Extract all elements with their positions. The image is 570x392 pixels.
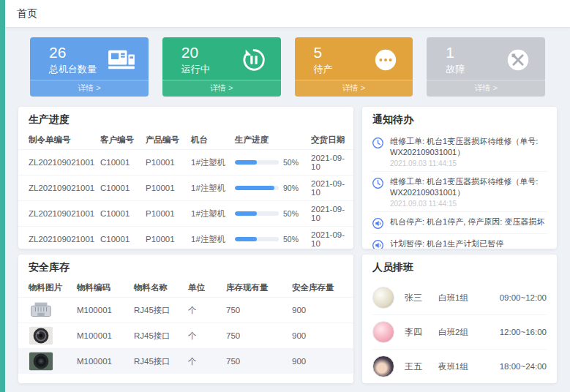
fault-detail-link[interactable]: 详情 > xyxy=(427,80,545,97)
clock-icon xyxy=(372,177,384,189)
production-progress-panel: 生产进度 制令单编号 客户编号 产品编号 机台 生产进度 交货日期 xyxy=(18,107,353,249)
speaker-part-thumbnail xyxy=(29,352,53,371)
product-no: P10001 xyxy=(141,227,187,249)
stat-card-waiting[interactable]: 5 待产 详情 > xyxy=(295,37,413,97)
speaker-icon xyxy=(372,239,384,249)
material-unit: 个 xyxy=(184,349,222,374)
progress-track xyxy=(235,237,279,241)
stat-card-total-machines[interactable]: 26 总机台数量 xyxy=(30,37,149,97)
waiting-label: 待产 xyxy=(314,63,333,76)
progress-fill xyxy=(235,186,274,190)
progress-percent: 90% xyxy=(283,184,299,192)
running-detail-link[interactable]: 详情 > xyxy=(162,80,281,97)
customer-no: C10001 xyxy=(96,227,141,249)
schedule-row[interactable]: 王五 夜班1组 18:00~24:00 xyxy=(372,350,547,383)
waiting-detail-link[interactable]: 详情 > xyxy=(295,80,413,97)
safety-stock-panel-title: 安全库存 xyxy=(18,255,353,279)
notification-item[interactable]: 维修工单: 机台1变压器损坏待维修（单号: WX202109031001） 20… xyxy=(372,172,547,212)
progress-fill xyxy=(235,237,257,241)
column-header: 生产进度 xyxy=(230,132,307,150)
column-header: 安全库存量 xyxy=(288,279,353,298)
safety-stock: 900 xyxy=(288,323,353,349)
employee-name: 李四 xyxy=(405,326,438,339)
material-code: M100001 xyxy=(72,323,130,349)
notification-content: 计划暂停: 机台1生产计划已暂停 2021.09.03 11:44:15 xyxy=(390,238,503,249)
column-header: 物料图片 xyxy=(18,279,72,298)
shift-time: 09:00~12:00 xyxy=(500,293,547,302)
stat-cards-row: 26 总机台数量 xyxy=(30,37,545,97)
notifications-panel: 通知待办 维修工单: 机台1变压器损坏待维修（单号: WX20210903100… xyxy=(362,107,557,249)
notification-item[interactable]: 机台停产: 机台1停产, 停产原因: 变压器损坏 xyxy=(372,212,547,234)
column-header: 客户编号 xyxy=(96,132,141,150)
material-name: RJ45接口 xyxy=(130,349,184,374)
running-label: 运行中 xyxy=(181,63,210,76)
page-title: 首页 xyxy=(17,7,37,20)
machine-name: 1#注塑机 xyxy=(187,150,230,176)
schedule-row[interactable]: 李四 白班2组 12:00~16:00 xyxy=(372,315,547,350)
column-header: 产品编号 xyxy=(141,132,187,150)
employee-name: 张三 xyxy=(405,292,438,304)
inventory-row[interactable]: M100001 RJ45接口 个 750 900 xyxy=(18,349,353,374)
production-row[interactable]: ZL202109021001 C10001 P10001 1#注塑机 90% xyxy=(18,176,353,201)
order-no: ZL202109021001 xyxy=(18,176,96,201)
material-name: RJ45接口 xyxy=(130,298,184,323)
customer-no: C10001 xyxy=(96,201,141,227)
total-machines-value: 26 xyxy=(49,44,97,61)
notifications-panel-title: 通知待办 xyxy=(362,107,557,132)
notification-text: 机台停产: 机台1停产, 停产原因: 变压器损坏 xyxy=(390,216,544,227)
card-body: 26 总机台数量 xyxy=(30,37,149,80)
production-row[interactable]: ZL202109021001 C10001 P10001 1#注塑机 50% xyxy=(18,150,353,176)
rj45-connector-thumbnail xyxy=(29,301,53,320)
delivery-date: 2021-09-10 xyxy=(307,176,353,201)
notification-item[interactable]: 计划暂停: 机台1生产计划已暂停 2021.09.03 11:44:15 xyxy=(372,234,547,249)
material-image-cell xyxy=(18,298,72,323)
schedule-row[interactable]: 张三 白班1组 09:00~12:00 xyxy=(372,281,547,315)
progress-cell: 50% xyxy=(230,227,307,249)
production-panel-title: 生产进度 xyxy=(18,107,353,132)
production-row[interactable]: ZL202109021001 C10001 P10001 1#注塑机 50% xyxy=(18,201,353,227)
stock-on-hand: 750 xyxy=(222,298,288,323)
product-no: P10001 xyxy=(141,201,187,227)
material-name: RJ45接口 xyxy=(130,323,184,349)
stat-card-fault[interactable]: 1 故障 xyxy=(427,37,545,97)
progress-percent: 50% xyxy=(283,235,299,244)
progress-track xyxy=(235,186,279,190)
inventory-row[interactable]: M100001 RJ45接口 个 750 900 xyxy=(18,298,353,323)
production-row[interactable]: ZL202109021001 C10001 P10001 1#注塑机 50% xyxy=(18,227,353,249)
notification-time: 2021.09.03 11:44:15 xyxy=(390,200,547,208)
progress-fill xyxy=(235,160,257,165)
progress-track xyxy=(235,211,279,216)
card-info: 1 故障 xyxy=(446,44,465,76)
production-table: 制令单编号 客户编号 产品编号 机台 生产进度 交货日期 ZL202109021… xyxy=(18,132,353,249)
total-machines-label: 总机台数量 xyxy=(49,63,97,76)
avatar xyxy=(372,355,394,377)
progress-track xyxy=(235,160,279,165)
notification-item[interactable]: 维修工单: 机台1变压器损坏待维修（单号: WX202109031001） 20… xyxy=(372,132,547,172)
production-header-row: 制令单编号 客户编号 产品编号 机台 生产进度 交货日期 xyxy=(18,132,353,150)
customer-no: C10001 xyxy=(96,150,141,176)
delivery-date: 2021-09-10 xyxy=(307,201,353,227)
dashboard-content: 26 总机台数量 xyxy=(5,28,570,392)
staff-schedule-panel: 人员排班 张三 白班1组 09:00~12:00 李四 白班2组 1 xyxy=(362,255,557,383)
round-connector-thumbnail xyxy=(29,326,53,345)
delivery-date: 2021-09-10 xyxy=(307,150,353,176)
shift-label: 夜班1组 xyxy=(438,361,490,372)
notification-content: 机台停产: 机台1停产, 停产原因: 变压器损坏 xyxy=(390,216,544,230)
shift-time: 12:00~16:00 xyxy=(500,328,547,336)
card-body: 20 运行中 xyxy=(162,37,281,80)
material-image-cell xyxy=(18,323,72,349)
total-machines-detail-link[interactable]: 详情 > xyxy=(30,80,149,97)
material-code: M100001 xyxy=(72,349,130,374)
column-header: 物料名称 xyxy=(130,279,184,298)
safety-stock: 900 xyxy=(288,298,353,323)
inventory-row[interactable]: M100001 RJ45接口 个 750 900 xyxy=(18,323,353,349)
stat-card-running[interactable]: 20 运行中 详情 > xyxy=(162,37,281,97)
app-root: 首页 26 总机台数量 xyxy=(0,0,570,392)
column-header: 单位 xyxy=(184,279,222,298)
material-unit: 个 xyxy=(184,323,222,349)
machine-name: 1#注塑机 xyxy=(187,176,230,201)
material-image-cell xyxy=(18,349,72,374)
progress-cell: 50% xyxy=(230,150,307,176)
progress-percent: 50% xyxy=(283,209,299,218)
running-icon xyxy=(240,47,268,73)
